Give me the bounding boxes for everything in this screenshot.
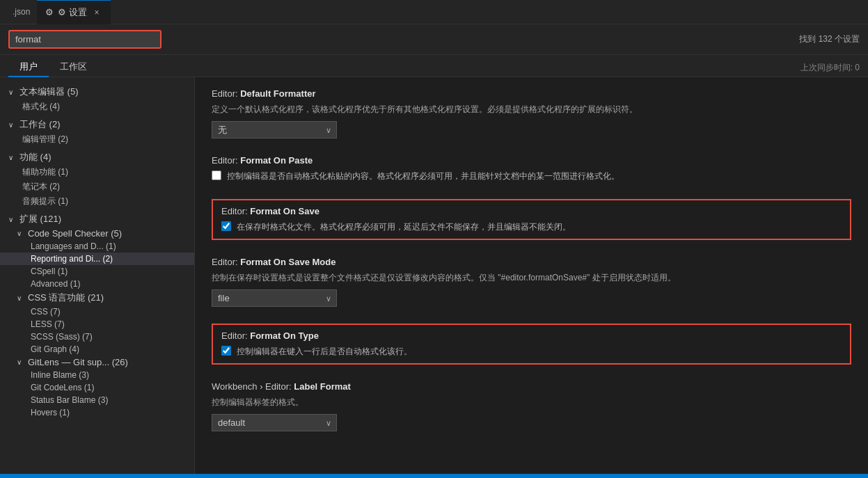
search-input[interactable]	[8, 30, 161, 49]
sidebar-group-features-label: 功能 (4)	[19, 151, 52, 164]
setting-desc-default-formatter: 定义一个默认格式化程序，该格式化程序优先于所有其他格式化程序设置。必须是提供格式…	[212, 103, 851, 115]
sidebar-group-workbench[interactable]: ∨ 工作台 (2)	[0, 117, 194, 132]
sidebar-item-reporting[interactable]: Reporting and Di... (2)	[0, 253, 194, 265]
sidebar-item-languages[interactable]: Languages and D... (1)	[0, 240, 194, 253]
chevron-down-icon-5: ∨	[17, 230, 25, 237]
setting-title-default-formatter: Editor: Default Formatter	[212, 88, 851, 99]
sidebar: ∨ 文本编辑器 (5) 格式化 (4) ∨ 工作台 (2) 编辑管理 (2) ∨…	[0, 77, 195, 474]
tab-workspace[interactable]: 工作区	[49, 58, 98, 77]
sidebar-item-css[interactable]: CSS (7)	[0, 305, 194, 318]
chevron-down-icon-6: ∨	[17, 294, 25, 302]
sidebar-item-hovers[interactable]: Hovers (1)	[0, 406, 194, 419]
format-on-type-row: 控制编辑器在键入一行后是否自动格式化该行。	[221, 345, 842, 358]
setting-title-bold-3: Format On Save	[250, 206, 319, 216]
format-on-type-label: 控制编辑器在键入一行后是否自动格式化该行。	[237, 345, 412, 358]
setting-desc-label-format: 控制编辑器标签的格式。	[212, 396, 851, 408]
settings-gear-icon: ⚙	[45, 7, 54, 17]
format-on-save-mode-select[interactable]: file	[212, 289, 337, 307]
sidebar-item-less[interactable]: LESS (7)	[0, 318, 194, 330]
main-content: ∨ 文本编辑器 (5) 格式化 (4) ∨ 工作台 (2) 编辑管理 (2) ∨…	[0, 77, 868, 474]
file-tab-label: .json	[13, 7, 30, 17]
top-bar: .json ⚙ ⚙ 设置 ×	[0, 0, 868, 24]
setting-title-bold-2: Format On Paste	[240, 155, 313, 166]
setting-block-format-on-save-mode: Editor: Format On Save Mode 控制在保存时设置格式是设…	[212, 257, 851, 307]
setting-block-format-on-save: Editor: Format On Save 在保存时格式化文件。格式化程序必须…	[212, 199, 851, 240]
sidebar-group-extensions[interactable]: ∨ 扩展 (121)	[0, 212, 194, 227]
sidebar-group-extensions-label: 扩展 (121)	[19, 213, 61, 225]
chevron-down-icon-3: ∨	[8, 154, 17, 161]
sidebar-item-notebook[interactable]: 笔记本 (2)	[0, 180, 194, 194]
format-on-paste-row: 控制编辑器是否自动格式化粘贴的内容。格式化程序必须可用，并且能针对文档中的某一范…	[212, 170, 851, 182]
settings-tab-close[interactable]: ×	[91, 7, 102, 18]
sidebar-section-extensions: ∨ 扩展 (121) ∨ Code Spell Checker (5) Lang…	[0, 210, 194, 420]
sync-info: 上次同步时间: 0	[800, 62, 860, 77]
tab-user[interactable]: 用户	[8, 58, 49, 77]
settings-content-wrapper: Editor: Default Formatter 定义一个默认格式化程序，该格…	[195, 77, 868, 474]
setting-title-label-format: Workbench › Editor: Label Format	[212, 381, 851, 392]
setting-title-bold-6: Label Format	[294, 381, 351, 392]
sidebar-item-edit-mgmt[interactable]: 编辑管理 (2)	[0, 132, 194, 147]
chevron-down-icon: ∨	[8, 88, 17, 96]
search-result-count: 找到 132 个设置	[799, 33, 860, 45]
sidebar-item-status-bar-blame[interactable]: Status Bar Blame (3)	[0, 394, 194, 406]
format-on-save-label: 在保存时格式化文件。格式化程序必须可用，延迟后文件不能保存，并且编辑器不能关闭。	[237, 221, 571, 233]
setting-title-bold-5: Format On Type	[250, 330, 319, 341]
setting-title-bold: Default Formatter	[240, 88, 315, 99]
sidebar-item-audio[interactable]: 音频提示 (1)	[0, 194, 194, 209]
sidebar-item-git-codelens[interactable]: Git CodeLens (1)	[0, 381, 194, 394]
setting-desc-format-on-save-mode: 控制在保存时设置格式是设置整个文件格式还是仅设置修改内容的格式。仅当 "#edi…	[212, 271, 851, 284]
setting-title-format-on-save-mode: Editor: Format On Save Mode	[212, 257, 851, 267]
sidebar-item-git-graph[interactable]: Git Graph (4)	[0, 343, 194, 356]
setting-block-format-on-type: Editor: Format On Type 控制编辑器在键入一行后是否自动格式…	[212, 324, 851, 365]
default-formatter-select[interactable]: 无	[212, 121, 337, 138]
setting-block-default-formatter: Editor: Default Formatter 定义一个默认格式化程序，该格…	[212, 88, 851, 138]
sidebar-group-gitlens[interactable]: ∨ GitLens — Git sup... (26)	[0, 356, 194, 369]
sidebar-spell-checker-label: Code Spell Checker (5)	[28, 228, 122, 239]
format-on-paste-label: 控制编辑器是否自动格式化粘贴的内容。格式化程序必须可用，并且能针对文档中的某一范…	[227, 170, 620, 182]
sidebar-group-features[interactable]: ∨ 功能 (4)	[0, 150, 194, 165]
sidebar-css-label: CSS 语言功能 (21)	[28, 292, 104, 304]
settings-header: 找到 132 个设置	[0, 24, 868, 55]
sidebar-item-accessibility[interactable]: 辅助功能 (1)	[0, 165, 194, 180]
format-on-save-mode-select-wrapper: file	[212, 289, 337, 307]
sidebar-group-label: 文本编辑器 (5)	[19, 86, 79, 98]
label-format-select[interactable]: default	[212, 414, 337, 431]
setting-title-bold-4: Format On Save Mode	[240, 257, 336, 267]
settings-tabs-row: 用户 工作区 上次同步时间: 0	[0, 55, 868, 77]
sidebar-item-scss[interactable]: SCSS (Sass) (7)	[0, 330, 194, 343]
format-on-save-checkbox[interactable]	[221, 221, 231, 231]
format-on-paste-checkbox[interactable]	[212, 170, 221, 180]
setting-title-format-on-save: Editor: Format On Save	[221, 206, 842, 216]
file-tab[interactable]: .json	[6, 0, 37, 24]
sidebar-item-cspell[interactable]: CSpell (1)	[0, 265, 194, 278]
sidebar-group-workbench-label: 工作台 (2)	[19, 118, 61, 131]
chevron-down-icon-7: ∨	[17, 358, 25, 366]
setting-block-format-on-paste: Editor: Format On Paste 控制编辑器是否自动格式化粘贴的内…	[212, 155, 851, 182]
sidebar-gitlens-label: GitLens — Git sup... (26)	[28, 357, 128, 367]
sidebar-group-spell-checker[interactable]: ∨ Code Spell Checker (5)	[0, 227, 194, 240]
label-format-select-wrapper: default	[212, 414, 337, 431]
settings-tab-label: ⚙ 设置	[58, 6, 87, 19]
sidebar-item-format[interactable]: 格式化 (4)	[0, 99, 194, 114]
sidebar-group-css[interactable]: ∨ CSS 语言功能 (21)	[0, 290, 194, 305]
sidebar-group-text-editor[interactable]: ∨ 文本编辑器 (5)	[0, 84, 194, 99]
settings-content: Editor: Default Formatter 定义一个默认格式化程序，该格…	[195, 77, 868, 474]
sidebar-item-advanced[interactable]: Advanced (1)	[0, 278, 194, 290]
format-on-type-checkbox[interactable]	[221, 346, 231, 356]
default-formatter-select-wrapper: 无	[212, 121, 337, 138]
sidebar-section-text-editor: ∨ 文本编辑器 (5) 格式化 (4)	[0, 83, 194, 115]
chevron-down-icon-2: ∨	[8, 121, 17, 129]
sidebar-section-workbench: ∨ 工作台 (2) 编辑管理 (2)	[0, 115, 194, 148]
format-on-save-row: 在保存时格式化文件。格式化程序必须可用，延迟后文件不能保存，并且编辑器不能关闭。	[221, 221, 842, 233]
setting-block-label-format: Workbench › Editor: Label Format 控制编辑器标签…	[212, 381, 851, 431]
settings-tab[interactable]: ⚙ ⚙ 设置 ×	[37, 0, 111, 24]
sidebar-section-features: ∨ 功能 (4) 辅助功能 (1) 笔记本 (2) 音频提示 (1)	[0, 148, 194, 210]
setting-title-format-on-paste: Editor: Format On Paste	[212, 155, 851, 166]
sidebar-item-inline-blame[interactable]: Inline Blame (3)	[0, 369, 194, 381]
bottom-bar: CSDN @赫本赫0	[0, 474, 868, 478]
setting-title-format-on-type: Editor: Format On Type	[221, 330, 842, 341]
chevron-down-icon-4: ∨	[8, 216, 17, 223]
